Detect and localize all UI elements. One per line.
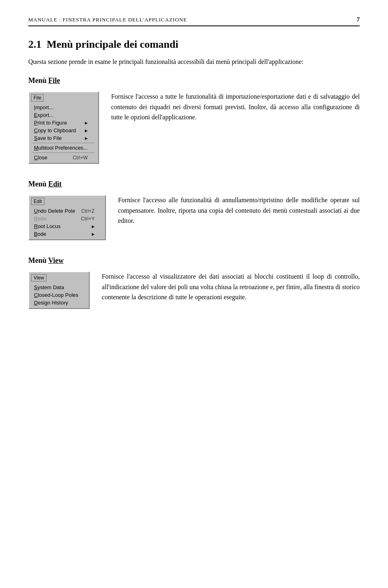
menu-edit-items: Undo Delete PoleCtrl+Z RedoCtrl+Y Root L… (30, 206, 104, 239)
section-intro: Questa sezione prende in esame le princi… (28, 57, 360, 67)
menu-file-item-multitool[interactable]: Multitool Preferences... (30, 144, 97, 152)
menu-view-row: View System Data Closed-Loop Poles Desig… (28, 271, 360, 309)
menu-view-item-designhistory[interactable]: Design History (30, 299, 88, 307)
menu-file-item-close[interactable]: CloseCtrl+W (30, 154, 97, 161)
menu-file-item-print[interactable]: Print to Figure▶ (30, 119, 97, 127)
menu-view-item-systemdata[interactable]: System Data (30, 283, 88, 291)
menu-file-section: Menù File File Import... Export... Print… (28, 76, 360, 164)
menu-edit-row: Edit Undo Delete PoleCtrl+Z RedoCtrl+Y R… (28, 195, 360, 240)
header-page-number: 7 (357, 16, 360, 23)
page: Manuale : Finestra principale dell'appli… (0, 0, 388, 588)
menu-edit-section: Menù Edit Edit Undo Delete PoleCtrl+Z Re… (28, 180, 360, 240)
menu-file-description: Fornisce l'accesso a tutte le funzionali… (111, 91, 360, 123)
menu-file-title-bar: File (31, 94, 44, 102)
menu-view-item-closedloop[interactable]: Closed-Loop Poles (30, 291, 88, 299)
menu-file-screenshot: File Import... Export... Print to Figure… (28, 91, 99, 164)
menu-edit-screenshot: Edit Undo Delete PoleCtrl+Z RedoCtrl+Y R… (28, 195, 106, 240)
page-header: Manuale : Finestra principale dell'appli… (28, 16, 360, 26)
menu-file-underline: F (48, 76, 53, 85)
menu-file-item-copy[interactable]: Copy to Clipboard▶ (30, 127, 97, 134)
menu-file-item-save[interactable]: Save to File▶ (30, 134, 97, 142)
menu-file-item-export[interactable]: Export... (30, 111, 97, 119)
menu-edit-description: Fornisce l'accesso alle funzionalità di … (118, 195, 360, 226)
menu-view-label: Menù View (28, 256, 360, 265)
section-heading: 2.1 Menù principale dei comandi (28, 38, 360, 51)
menu-view-section: Menù View View System Data Closed-Loop P… (28, 256, 360, 309)
menu-file-item-import[interactable]: Import... (30, 104, 97, 111)
header-title: Manuale : Finestra principale dell'appli… (28, 17, 187, 23)
menu-view-title-bar: View (31, 274, 46, 281)
menu-edit-item-rootlocus[interactable]: Root Locus▶ (30, 222, 104, 230)
menu-view-items: System Data Closed-Loop Poles Design His… (30, 283, 88, 307)
menu-edit-label: Menù Edit (28, 180, 360, 188)
menu-file-row: File Import... Export... Print to Figure… (28, 91, 360, 164)
menu-view-screenshot: View System Data Closed-Loop Poles Desig… (28, 271, 90, 309)
menu-file-items: Import... Export... Print to Figure▶ Cop… (30, 103, 97, 162)
menu-file-divider-2 (32, 152, 95, 153)
menu-edit-underline: E (48, 180, 53, 188)
menu-edit-item-undo[interactable]: Undo Delete PoleCtrl+Z (30, 207, 104, 215)
menu-edit-item-redo[interactable]: RedoCtrl+Y (30, 215, 104, 222)
menu-edit-item-bode[interactable]: Bode▶ (30, 230, 104, 238)
menu-edit-title-bar: Edit (31, 198, 44, 205)
menu-view-description: Fornisce l'accesso al visualizzatore dei… (102, 271, 360, 302)
menu-view-underline: V (48, 256, 53, 264)
menu-file-divider-1 (32, 143, 95, 143)
menu-file-label: Menù File (28, 76, 360, 85)
